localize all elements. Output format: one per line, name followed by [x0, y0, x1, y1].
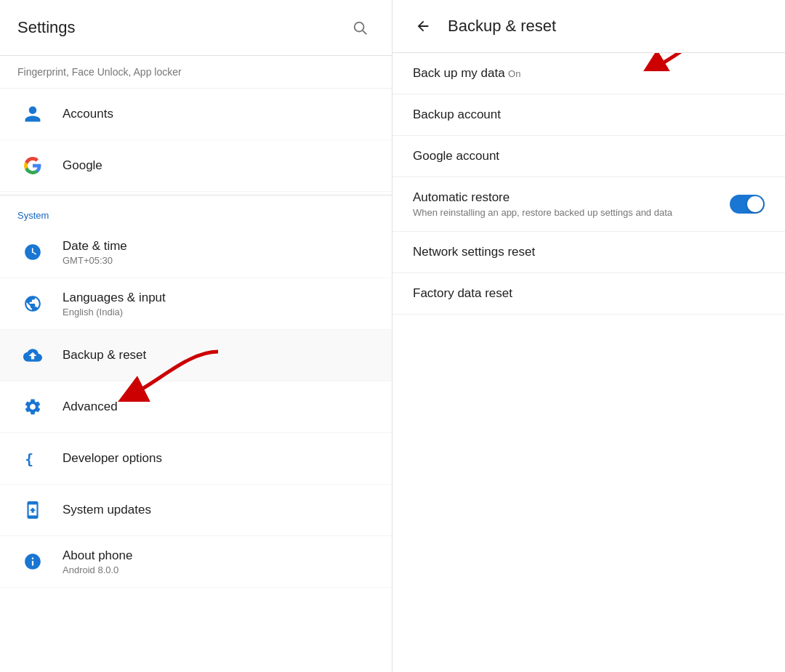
right-list: Back up my data On Backup account Google…: [392, 53, 785, 672]
datetime-subtitle: GMT+05:30: [63, 255, 127, 266]
backup-icon: [17, 340, 48, 371]
datetime-label: Date & time: [63, 239, 127, 254]
languages-subtitle: English (India): [63, 307, 166, 317]
accounts-label: Accounts: [63, 107, 113, 121]
right-red-arrow: [640, 53, 770, 71]
google-label: Google: [63, 158, 102, 173]
automatic-restore-title: Automatic restore: [413, 190, 510, 204]
right-item-automatic-restore[interactable]: Automatic restore When reinstalling an a…: [392, 177, 785, 232]
svg-line-1: [363, 31, 366, 34]
braces-icon: { }: [17, 443, 48, 474]
sidebar-item-advanced[interactable]: Advanced: [0, 381, 392, 433]
sidebar-item-datetime[interactable]: Date & time GMT+05:30: [0, 227, 392, 278]
backup-my-data-subtitle: On: [508, 68, 520, 79]
back-button[interactable]: [410, 13, 436, 39]
gear-icon: [17, 392, 48, 422]
systemupdates-label: System updates: [63, 503, 151, 517]
right-item-backup-my-data[interactable]: Back up my data On: [392, 53, 785, 94]
search-button[interactable]: [345, 13, 374, 42]
automatic-restore-subtitle: When reinstalling an app, restore backed…: [413, 207, 718, 218]
google-account-title: Google account: [413, 149, 499, 163]
system-section-header: System: [0, 198, 392, 227]
right-item-network-settings-reset[interactable]: Network settings reset: [392, 232, 785, 273]
sidebar-item-systemupdates[interactable]: System updates: [0, 485, 392, 536]
left-panel: Settings Fingerprint, Face Unlock, App l…: [0, 0, 392, 672]
right-header: Backup & reset: [392, 0, 785, 53]
network-settings-reset-title: Network settings reset: [413, 245, 535, 259]
about-label: About phone: [63, 548, 132, 563]
sidebar-item-languages[interactable]: Languages & input English (India): [0, 278, 392, 330]
about-subtitle: Android 8.0.0: [63, 564, 132, 575]
sidebar-item-developer[interactable]: { } Developer options: [0, 433, 392, 485]
sidebar-item-google[interactable]: Google: [0, 140, 392, 192]
right-item-factory-data-reset[interactable]: Factory data reset: [392, 273, 785, 315]
languages-label: Languages & input: [63, 291, 166, 305]
sidebar-item-about[interactable]: About phone Android 8.0.0: [0, 536, 392, 588]
svg-point-0: [355, 23, 364, 32]
right-item-backup-account[interactable]: Backup account: [392, 94, 785, 136]
info-icon: [17, 546, 48, 577]
google-icon: [17, 150, 48, 181]
automatic-restore-toggle[interactable]: [730, 195, 765, 214]
developer-label: Developer options: [63, 451, 162, 466]
left-list: Fingerprint, Face Unlock, App locker Acc…: [0, 56, 392, 672]
svg-text:{ }: { }: [25, 451, 42, 468]
left-header: Settings: [0, 0, 392, 56]
factory-data-reset-title: Factory data reset: [413, 286, 512, 300]
divider: [0, 195, 392, 195]
backup-label: Backup & reset: [63, 348, 146, 363]
right-panel: Backup & reset Back up my data On Backup…: [392, 0, 785, 672]
settings-title: Settings: [17, 18, 76, 37]
sidebar-item-accounts[interactable]: Accounts: [0, 89, 392, 140]
person-icon: [17, 99, 48, 129]
right-item-google-account[interactable]: Google account: [392, 136, 785, 177]
right-title: Backup & reset: [448, 17, 556, 36]
advanced-label: Advanced: [63, 400, 118, 414]
top-fingerprint-item[interactable]: Fingerprint, Face Unlock, App locker: [0, 56, 392, 89]
backup-my-data-title: Back up my data: [413, 66, 505, 80]
globe-icon: [17, 288, 48, 319]
sidebar-item-backup[interactable]: Backup & reset: [0, 330, 392, 381]
clock-icon: [17, 237, 48, 267]
backup-account-title: Backup account: [413, 108, 501, 121]
phone-update-icon: [17, 495, 48, 525]
